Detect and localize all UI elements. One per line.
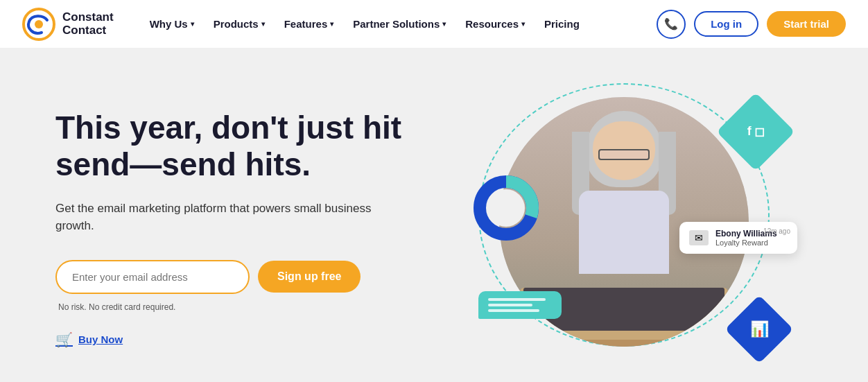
signup-button[interactable]: Sign up free xyxy=(258,261,361,293)
hero-section: This year, don't just hit send—send hits… xyxy=(0,49,868,382)
notif-time: 12m ago xyxy=(763,227,790,235)
nav-item-features[interactable]: Features ▾ xyxy=(276,12,342,35)
nav-item-pricing[interactable]: Pricing xyxy=(536,12,588,35)
svg-point-1 xyxy=(35,20,43,28)
chat-line-2 xyxy=(488,304,532,306)
nav-item-whyus[interactable]: Why Us ▾ xyxy=(141,12,202,35)
buy-now-link[interactable]: 🛒 Buy Now xyxy=(55,331,458,348)
phone-icon: 📞 xyxy=(664,17,678,31)
no-risk-text: No risk. No credit card required. xyxy=(58,302,458,312)
navbar: Constant Contact Why Us ▾ Products ▾ Fea… xyxy=(0,0,868,49)
logo-icon xyxy=(22,8,55,41)
donut-chart xyxy=(471,173,541,243)
notif-message: Loyalty Reward xyxy=(715,238,777,247)
svg-point-4 xyxy=(487,189,525,227)
logo-text: Constant Contact xyxy=(62,11,114,37)
nav-item-resources[interactable]: Resources ▾ xyxy=(457,12,533,35)
chevron-down-icon: ▾ xyxy=(191,20,194,28)
chat-line-3 xyxy=(488,309,539,312)
chevron-down-icon: ▾ xyxy=(521,20,525,28)
email-input[interactable] xyxy=(55,260,250,294)
chat-line-1 xyxy=(488,298,546,301)
start-trial-button[interactable]: Start trial xyxy=(767,11,846,37)
chart-icon: 📊 xyxy=(750,320,769,338)
hero-form: Sign up free xyxy=(55,260,458,294)
login-button[interactable]: Log in xyxy=(694,11,758,37)
chat-bubble xyxy=(478,291,562,319)
person-hair-shape xyxy=(579,111,669,250)
instagram-icon: ◻ xyxy=(754,124,765,139)
facebook-icon: f xyxy=(747,124,752,139)
nav-actions: 📞 Log in Start trial xyxy=(657,10,846,39)
hero-title: This year, don't just hit send—send hits… xyxy=(55,110,458,183)
chevron-down-icon: ▾ xyxy=(442,20,446,28)
nav-links: Why Us ▾ Products ▾ Features ▾ Partner S… xyxy=(141,12,657,35)
nav-item-partner-solutions[interactable]: Partner Solutions ▾ xyxy=(345,12,454,35)
logo[interactable]: Constant Contact xyxy=(22,8,114,41)
brand-name-line1: Constant xyxy=(62,11,114,24)
email-notification: ✉ Ebony Williams Loyalty Reward 12m ago xyxy=(679,222,797,254)
cart-icon: 🛒 xyxy=(55,331,73,348)
brand-name-line2: Contact xyxy=(62,24,114,37)
hero-illustration: f ◻ ✉ Ebony Williams Loyalty Reward 12m … xyxy=(458,83,804,374)
email-notif-icon: ✉ xyxy=(689,230,709,245)
hero-left: This year, don't just hit send—send hits… xyxy=(55,110,458,348)
hero-subtitle: Get the email marketing platform that po… xyxy=(55,200,374,235)
phone-button[interactable]: 📞 xyxy=(657,10,686,39)
chevron-down-icon: ▾ xyxy=(261,20,265,28)
nav-item-products[interactable]: Products ▾ xyxy=(205,12,273,35)
chevron-down-icon: ▾ xyxy=(330,20,333,28)
